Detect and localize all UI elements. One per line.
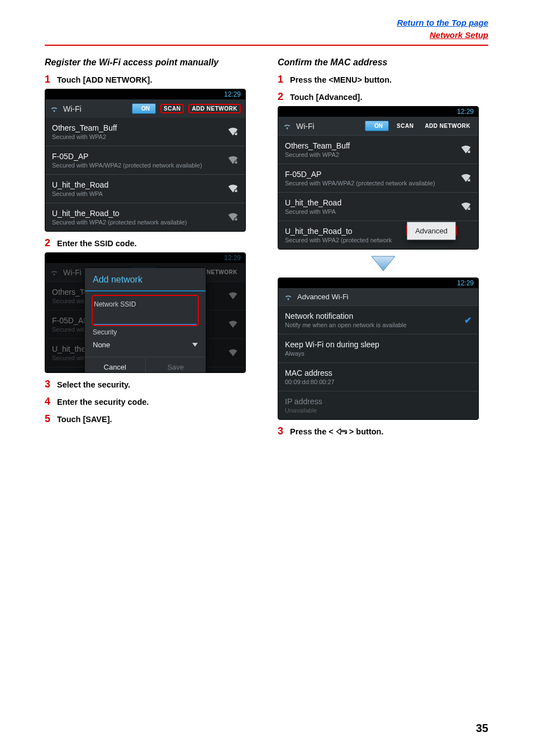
advanced-title: Advanced Wi-Fi — [297, 293, 349, 301]
cancel-button[interactable]: Cancel — [85, 357, 145, 373]
step-number: 3 — [278, 425, 285, 437]
network-setup-link[interactable]: Network Setup — [430, 30, 488, 40]
scan-button[interactable]: SCAN — [393, 122, 417, 130]
action-bar: Wi-Fi ON SCAN ADD NETWORK — [45, 99, 245, 118]
security-value: None — [93, 341, 110, 349]
advanced-highlight: Advanced — [406, 224, 457, 237]
row-title: IP address — [285, 397, 472, 406]
security-spinner[interactable]: None — [93, 337, 198, 355]
right-step-3: 3 Press the < > button. — [278, 425, 488, 437]
ssid-label: U_hit_the_Road_to — [52, 209, 187, 218]
wifi-icon — [284, 294, 293, 300]
svg-rect-7 — [235, 219, 237, 221]
step-text: Touch [Advanced]. — [290, 93, 362, 102]
status-bar: 12:29 — [45, 89, 245, 99]
action-bar: Wi-Fi ON SCAN ADD NETWORK — [278, 117, 478, 135]
signal-lock-icon — [227, 155, 239, 165]
step-text-pre: Press the < — [290, 427, 336, 436]
adv-row-sleep-policy[interactable]: Keep Wi-Fi on during sleepAlways — [278, 334, 478, 362]
network-sublabel: Secured with WPA2 — [285, 151, 350, 158]
scan-button[interactable]: SCAN — [160, 104, 184, 113]
row-subtitle: Notify me when an open network is availa… — [285, 322, 407, 328]
signal-lock-icon — [460, 145, 472, 155]
adv-row-network-notification[interactable]: Network notificationNotify me when an op… — [278, 305, 478, 334]
network-row[interactable]: Others_Team_BuffSecured with WPA2 — [278, 135, 478, 164]
svg-rect-1 — [235, 133, 237, 135]
step-number: 2 — [45, 237, 53, 249]
svg-rect-9 — [468, 180, 470, 181]
step-text: Press the < > button. — [290, 427, 383, 437]
network-row[interactable]: F-05D_APSecured with WPA/WPA2 (protected… — [278, 164, 478, 192]
wifi-toggle[interactable]: ON — [132, 103, 156, 114]
ssid-label: U_hit_the_Road — [285, 198, 341, 207]
save-button[interactable]: Save — [145, 357, 206, 373]
left-section-title: Register the Wi-Fi access point manually — [45, 57, 255, 69]
security-field-label: Security — [93, 328, 198, 336]
wifi-toggle[interactable]: ON — [365, 121, 389, 131]
status-bar: 12:29 — [278, 107, 478, 117]
network-sublabel: Secured with WPA — [52, 190, 108, 197]
ssid-input[interactable] — [94, 309, 197, 325]
ssid-label: U_hit_the_Road_to — [285, 227, 392, 236]
advanced-header: Advanced Wi-Fi — [278, 288, 478, 305]
network-row[interactable]: F-05D_APSecured with WPA/WPA2 (protected… — [45, 146, 245, 174]
left-step-5: 5 Touch [SAVE]. — [45, 413, 255, 425]
check-icon: ✔ — [464, 315, 472, 326]
signal-icon — [227, 348, 239, 358]
network-row[interactable]: U_hit_the_RoadSecured with WPA — [45, 174, 245, 203]
network-list: Others_Team_BuffSecured with WPA2 F-05D_… — [45, 118, 245, 231]
ssid-label: U_hit_the_Road — [52, 180, 108, 189]
signal-lock-icon — [227, 127, 239, 137]
row-subtitle: Unavailable — [285, 407, 472, 414]
network-sublabel: Secured with WPA — [285, 208, 341, 215]
screenshot-advanced-wifi: 12:29 Advanced Wi-Fi Network notificatio… — [278, 277, 479, 420]
right-step-2: 2 Touch [Advanced]. — [278, 91, 488, 103]
ssid-highlight: Network SSID — [92, 295, 199, 326]
actionbar-title: Wi-Fi — [296, 122, 360, 131]
network-row[interactable]: Others_Team_BuffSecured with WPA2 — [45, 118, 245, 146]
left-step-4: 4 Enter the security code. — [45, 396, 255, 408]
screenshot-wifi-list: 12:29 Wi-Fi ON SCAN ADD NETWORK Others_T… — [45, 89, 246, 232]
chevron-down-icon — [192, 343, 198, 347]
step-number: 2 — [278, 91, 285, 103]
network-row[interactable]: U_hit_the_Road_toSecured with WPA2 (prot… — [278, 221, 478, 249]
signal-lock-icon — [227, 184, 239, 194]
wifi-icon — [50, 269, 59, 276]
network-sublabel: Secured with WPA2 (protected network — [285, 237, 392, 243]
divider — [45, 45, 488, 46]
step-text: Press the <MENU> button. — [290, 75, 392, 84]
right-column: Confirm the MAC address 1 Press the <MEN… — [278, 54, 488, 441]
left-column: Register the Wi-Fi access point manually… — [45, 54, 255, 441]
step-number: 1 — [45, 74, 53, 85]
right-step-1: 1 Press the <MENU> button. — [278, 74, 488, 85]
left-step-1: 1 Touch [ADD NETWORK]. — [45, 74, 255, 85]
add-network-button[interactable]: ADD NETWORK — [188, 104, 241, 113]
dialog-title: Add network — [85, 268, 206, 290]
adv-row-mac-address: MAC address00:09:dd:80:00:27 — [278, 362, 478, 391]
actionbar-title: Wi-Fi — [63, 104, 127, 113]
left-step-3: 3 Select the security. — [45, 379, 255, 390]
wifi-icon — [50, 106, 59, 112]
ssid-label: F-05D_AP — [285, 170, 435, 179]
svg-rect-3 — [235, 162, 237, 164]
wifi-icon — [283, 123, 292, 130]
network-row[interactable]: U_hit_the_Road_toSecured with WPA2 (prot… — [45, 203, 245, 231]
advanced-menu-item[interactable]: Advanced — [407, 222, 456, 240]
row-title: Network notification — [285, 312, 407, 320]
ssid-label: F-05D_AP — [52, 152, 202, 161]
svg-rect-8 — [468, 151, 470, 153]
network-row[interactable]: U_hit_the_RoadSecured with WPA — [278, 192, 478, 221]
row-title: Keep Wi-Fi on during sleep — [285, 340, 472, 349]
signal-lock-icon — [460, 202, 472, 212]
network-sublabel: Secured with WPA/WPA2 (protected network… — [52, 162, 202, 169]
add-network-button[interactable]: ADD NETWORK — [421, 122, 474, 130]
step-text-post: > button. — [347, 427, 384, 436]
step-text: Touch [ADD NETWORK]. — [57, 75, 152, 84]
right-section-title: Confirm the MAC address — [278, 57, 488, 69]
screenshot-wifi-list-advanced: 12:29 Wi-Fi ON SCAN ADD NETWORK Others_T… — [278, 106, 479, 250]
arrow-down-icon — [278, 255, 488, 274]
signal-lock-icon — [227, 212, 239, 222]
network-sublabel: Secured with WPA2 — [52, 133, 117, 140]
return-top-link[interactable]: Return to the Top page — [397, 18, 488, 27]
adv-row-ip-address: IP addressUnavailable — [278, 391, 478, 419]
